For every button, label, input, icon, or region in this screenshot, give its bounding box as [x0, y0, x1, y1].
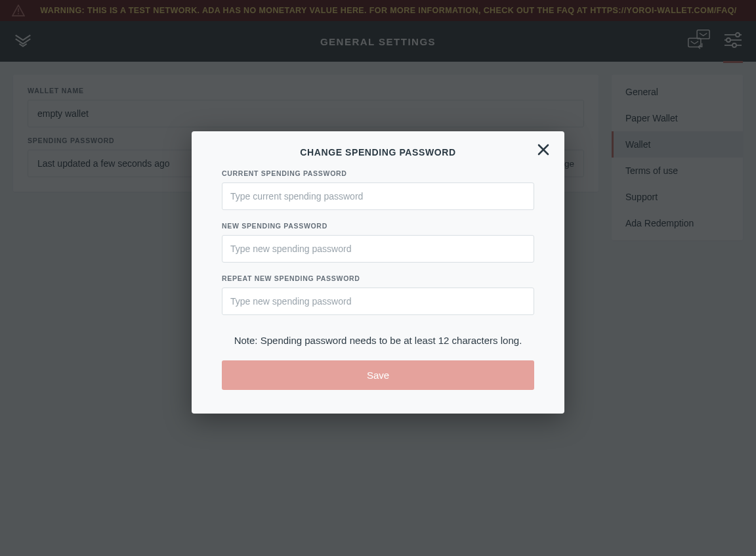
close-icon[interactable]	[537, 143, 550, 159]
repeat-password-label: REPEAT NEW SPENDING PASSWORD	[222, 274, 534, 282]
repeat-password-input[interactable]	[222, 288, 534, 315]
new-password-label: NEW SPENDING PASSWORD	[222, 222, 534, 230]
current-password-input[interactable]	[222, 182, 534, 210]
change-password-modal: CHANGE SPENDING PASSWORD CURRENT SPENDIN…	[192, 131, 564, 414]
current-password-label: CURRENT SPENDING PASSWORD	[222, 169, 534, 177]
modal-overlay[interactable]: CHANGE SPENDING PASSWORD CURRENT SPENDIN…	[0, 0, 756, 556]
modal-title: CHANGE SPENDING PASSWORD	[222, 147, 534, 158]
save-button[interactable]: Save	[222, 360, 534, 390]
new-password-input[interactable]	[222, 235, 534, 263]
password-note: Note: Spending password needs to be at l…	[222, 335, 534, 346]
